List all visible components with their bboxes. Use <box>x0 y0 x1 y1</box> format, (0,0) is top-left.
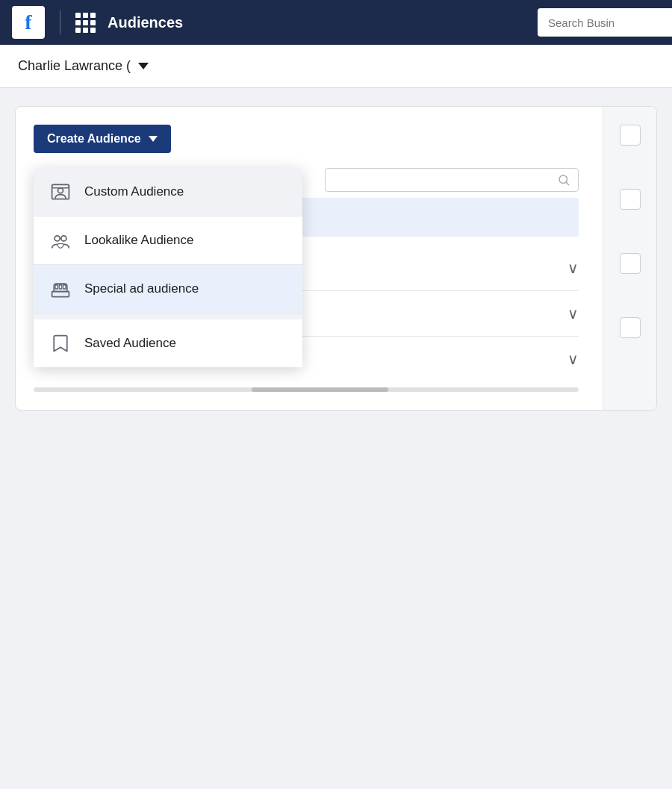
special-ad-audience-label: Special ad audience <box>84 281 199 296</box>
svg-rect-0 <box>52 184 69 199</box>
svg-rect-2 <box>52 184 69 187</box>
search-box-container <box>538 0 672 45</box>
nav-divider <box>60 10 60 34</box>
type-chevron-icon: ∨ <box>567 305 579 322</box>
create-audience-chevron-icon <box>149 136 158 142</box>
filter-type-chevron: ∨ <box>567 305 579 322</box>
availability-chevron-icon: ∨ <box>567 350 579 368</box>
svg-point-1 <box>58 188 63 193</box>
audience-search-input[interactable] <box>333 174 557 186</box>
audience-search-box <box>325 168 579 192</box>
grid-apps-icon[interactable] <box>75 13 96 33</box>
horizontal-scrollbar[interactable] <box>34 387 579 392</box>
lookalike-audience-label: Lookalike Audience <box>84 233 194 248</box>
checkbox-3[interactable] <box>620 253 641 274</box>
special-ad-audience-icon <box>49 277 72 301</box>
svg-point-3 <box>55 236 60 241</box>
create-audience-dropdown: Custom Audience Lookalike Audience <box>34 168 302 367</box>
main-card: Create Audience Custom Audience <box>15 106 657 411</box>
svg-rect-7 <box>59 285 62 289</box>
filter-availability-chevron: ∨ <box>567 350 579 368</box>
checkbox-4[interactable] <box>620 317 641 338</box>
dropdown-item-lookalike-audience[interactable]: Lookalike Audience <box>34 216 302 265</box>
quick-look-chevron-icon: ∨ <box>567 259 579 277</box>
svg-point-4 <box>61 236 66 241</box>
svg-rect-8 <box>63 285 66 289</box>
right-checkboxes-panel <box>603 107 656 410</box>
checkbox-2[interactable] <box>620 189 641 210</box>
dropdown-item-custom-audience[interactable]: Custom Audience <box>34 168 302 216</box>
account-name: Charlie Lawrance ( <box>18 58 131 74</box>
custom-audience-label: Custom Audience <box>84 184 184 199</box>
search-icon <box>557 173 570 187</box>
account-bar: Charlie Lawrance ( <box>0 45 672 88</box>
svg-line-10 <box>566 182 568 184</box>
saved-audience-label: Saved Audience <box>84 336 176 351</box>
fb-letter: f <box>25 12 31 33</box>
dropdown-item-saved-audience[interactable]: Saved Audience <box>34 319 302 367</box>
create-audience-label: Create Audience <box>47 132 141 146</box>
search-business-input[interactable] <box>538 8 672 37</box>
top-navigation: f Audiences <box>0 0 672 45</box>
filter-quick-look-chevron: ∨ <box>567 259 579 277</box>
dropdown-divider <box>34 314 302 319</box>
nav-title: Audiences <box>108 14 183 31</box>
scrollbar-thumb <box>252 387 388 392</box>
create-audience-button[interactable]: Create Audience <box>34 125 171 153</box>
svg-rect-6 <box>55 285 58 289</box>
lookalike-audience-icon <box>49 228 72 252</box>
checkbox-1[interactable] <box>620 125 641 146</box>
custom-audience-icon <box>49 180 72 204</box>
dropdown-item-special-ad-audience[interactable]: Special ad audience <box>34 265 302 314</box>
account-dropdown-chevron[interactable] <box>138 63 149 69</box>
facebook-logo: f <box>12 6 45 39</box>
saved-audience-icon <box>49 331 72 355</box>
svg-rect-5 <box>52 292 69 297</box>
main-content: Create Audience Custom Audience <box>0 88 672 428</box>
